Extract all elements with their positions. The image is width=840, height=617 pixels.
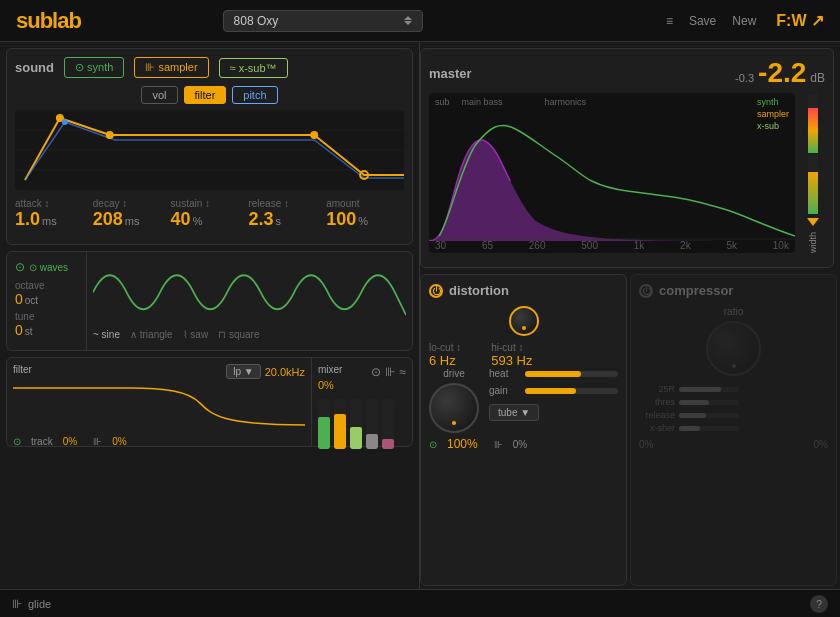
dist-header: ⏻ distortion [429, 283, 618, 298]
filter-freq[interactable]: 20.0kHz [265, 366, 305, 378]
heat-fill [525, 371, 581, 377]
lo-cut-label: lo-cut ↕ [429, 342, 461, 353]
comp-release-track[interactable] [679, 413, 739, 418]
gain-label: gain [489, 385, 519, 396]
compressor-section: ⏻ compressor ratio 25R [630, 274, 837, 586]
spectrum-x-labels: 30 65 260 500 1k 2k 5k 10k [435, 240, 789, 251]
menu-icon[interactable]: ≡ [666, 14, 673, 28]
mixer-sine-icon: ⊙ [371, 365, 381, 379]
help-icon: ? [816, 598, 822, 610]
freq-10k: 10k [773, 240, 789, 251]
drive-footer: ⊙ 100% ⊪ 0% [429, 437, 618, 451]
spectrum-display: sub main bass harmonics synth sampler x-… [429, 93, 795, 253]
comp-ratio-track[interactable] [679, 387, 739, 392]
vol-tab[interactable]: vol [141, 86, 177, 104]
comp-bottom-left: 0% [639, 439, 653, 450]
top-bar: sublab 808 Oxy ≡ Save New F:W ↗ [0, 0, 840, 42]
waves-display: ~ sine ∧ triangle ⌇ saw ⊓ square [87, 252, 412, 350]
sound-header: sound ⊙ synth ⊪ sampler ≈ x-sub™ [15, 57, 404, 78]
synth-tab[interactable]: ⊙ synth [64, 57, 124, 78]
spec-label-bass: main bass [462, 97, 503, 107]
master-db-value[interactable]: -2.2 [758, 57, 806, 89]
comp-xsher-track[interactable] [679, 426, 739, 431]
pitch-tab[interactable]: pitch [232, 86, 277, 104]
tube-selector[interactable]: tube ▼ [489, 404, 539, 421]
comp-thres-row: thres [639, 397, 828, 407]
preset-up-arrow[interactable] [404, 16, 412, 20]
heat-slider[interactable] [525, 371, 618, 377]
gain-slider[interactable] [525, 388, 618, 394]
hi-cut-label: hi-cut ↕ [491, 342, 532, 353]
mixer-bars [318, 399, 406, 449]
master-meter: width [801, 93, 825, 253]
mixer-bar-5 [382, 399, 394, 449]
triangle-type[interactable]: ∧ triangle [130, 329, 173, 340]
octave-value: 0 [15, 291, 23, 307]
waves-section: ⊙ ⊙ waves octave 0 oct tune 0 st [6, 251, 413, 351]
envelope-display [15, 110, 404, 190]
mixer-section: mixer ⊙ ⊪ ≈ 0% [312, 358, 412, 446]
distortion-power-button[interactable]: ⏻ [429, 284, 443, 298]
waves-label: ⊙ ⊙ waves [15, 260, 78, 274]
right-panel: master -0.3 -2.2 dB sub main bass harmon… [420, 42, 840, 589]
attack-label: attack ↕ [15, 198, 93, 209]
ratio-label: ratio [724, 306, 743, 317]
meter-bar-left [808, 93, 818, 153]
tune-label: tune [15, 311, 78, 322]
legend-sampler: sampler [757, 109, 789, 119]
hi-cut-value: 593 Hz [491, 353, 532, 368]
help-button[interactable]: ? [810, 595, 828, 613]
saw-type[interactable]: ⌇ saw [183, 329, 209, 340]
meter-bar-right [808, 155, 818, 215]
preset-down-arrow[interactable] [404, 21, 412, 25]
compressor-power-button[interactable]: ⏻ [639, 284, 653, 298]
preset-selector[interactable]: 808 Oxy [223, 10, 423, 32]
sampler-tab[interactable]: ⊪ sampler [134, 57, 208, 78]
master-section: master -0.3 -2.2 dB sub main bass harmon… [420, 48, 834, 268]
wave-svg [93, 263, 406, 323]
adsr-row: attack ↕ 1.0 ms decay ↕ 208 ms sustain ↕ [15, 198, 404, 230]
lo-cut-item: lo-cut ↕ 6 Hz [429, 342, 461, 368]
left-panel: sound ⊙ synth ⊪ sampler ≈ x-sub™ vol fil… [0, 42, 420, 589]
spectrum-svg [429, 111, 795, 241]
freq-1k: 1k [634, 240, 645, 251]
top-menu: ≡ Save New [666, 14, 756, 28]
freq-30: 30 [435, 240, 446, 251]
lo-hi-row: lo-cut ↕ 6 Hz hi-cut ↕ 593 Hz [429, 342, 618, 368]
new-button[interactable]: New [732, 14, 756, 28]
comp-xsher-label: x-sher [639, 423, 675, 433]
hi-cut-item: hi-cut ↕ 593 Hz [491, 342, 532, 368]
knob-indicator [452, 421, 456, 425]
comp-25r-label: 25R [639, 384, 675, 394]
save-button[interactable]: Save [689, 14, 716, 28]
preset-arrows[interactable] [404, 16, 412, 25]
ratio-knob-dot [732, 364, 736, 368]
resonance-value: 0% [112, 436, 126, 447]
filter-type[interactable]: lp ▼ [226, 364, 260, 379]
comp-header: ⏻ compressor [639, 283, 828, 298]
track-label: track [31, 436, 53, 447]
sustain-label: sustain ↕ [171, 198, 249, 209]
square-type[interactable]: ⊓ square [218, 329, 259, 340]
decay-unit: ms [125, 215, 140, 227]
master-title: master [429, 66, 472, 81]
attack-value: 1.0 [15, 209, 40, 230]
heat-label: heat [489, 368, 519, 379]
filter-tab[interactable]: filter [184, 86, 227, 104]
decay-item: decay ↕ 208 ms [93, 198, 171, 230]
sound-section: sound ⊙ synth ⊪ sampler ≈ x-sub™ vol fil… [6, 48, 413, 245]
attack-unit: ms [42, 215, 57, 227]
comp-xsher-row: x-sher [639, 423, 828, 433]
sine-type[interactable]: ~ sine [93, 329, 120, 340]
width-label: width [808, 232, 818, 253]
comp-thres-track[interactable] [679, 400, 739, 405]
meter-arrow [807, 218, 819, 226]
freq-260: 260 [529, 240, 546, 251]
octave-label: octave [15, 280, 78, 291]
drive-knob[interactable] [429, 383, 479, 433]
xsub-tab[interactable]: ≈ x-sub™ [219, 58, 288, 78]
tune-unit: st [25, 326, 33, 337]
mixer-label: mixer [318, 364, 342, 375]
ratio-knob[interactable] [706, 321, 761, 376]
gain-fill [525, 388, 576, 394]
